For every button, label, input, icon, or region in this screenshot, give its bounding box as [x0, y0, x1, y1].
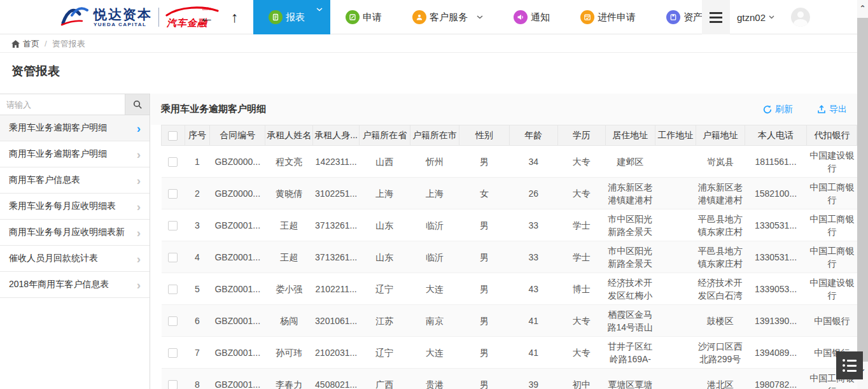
cell-no: 4	[185, 241, 209, 273]
nav-tab-label: 客户服务	[430, 11, 468, 24]
cell-work-address	[655, 146, 696, 178]
cell-age: 43	[509, 273, 557, 305]
row-checkbox[interactable]	[168, 348, 178, 358]
cell-city: 贵港	[410, 369, 459, 389]
row-checkbox[interactable]	[168, 221, 178, 230]
cell-city: 上海	[410, 178, 459, 209]
sidebar-item-label: 乘用车业务每月应收明细表	[9, 201, 116, 212]
col-header-province[interactable]: 户籍所在省	[360, 125, 410, 146]
cell-living-address: 浦东新区老港镇建港村	[605, 178, 655, 209]
cell-withhold-bank: 中国工商银行	[807, 178, 857, 209]
cell-city: 南京	[410, 305, 459, 337]
scroll-up-icon[interactable]: ⌃	[858, 4, 867, 13]
user-menu[interactable]: gtzn02	[737, 0, 810, 34]
column-list-toggle-button[interactable]	[836, 351, 863, 379]
refresh-button[interactable]: 刷新	[763, 104, 793, 115]
cell-lessee-name: 杨闯	[265, 305, 313, 337]
cell-lessee-name: 黄晓倩	[265, 178, 313, 209]
cell-education: 学士	[557, 241, 605, 273]
sidebar-item-乘用车业务每月应收明细表[interactable]: 乘用车业务每月应收明细表›	[0, 194, 150, 220]
row-checkbox-cell	[162, 305, 185, 337]
row-checkbox[interactable]	[168, 189, 178, 199]
row-checkbox-cell	[162, 146, 185, 178]
row-checkbox[interactable]	[168, 157, 178, 167]
breadcrumb-home[interactable]: 首页	[23, 38, 39, 50]
cell-phone: 1391390...	[745, 305, 807, 337]
chevron-right-icon: ›	[137, 227, 141, 239]
sidebar-item-乘用车业务逾期客户明细[interactable]: 乘用车业务逾期客户明细›	[0, 115, 150, 141]
row-checkbox[interactable]	[168, 380, 178, 389]
search-input[interactable]	[0, 94, 125, 115]
export-button[interactable]: 导出	[817, 104, 847, 115]
nav-tab-通知[interactable]: 通知	[498, 0, 565, 34]
report-sidebar: 乘用车业务逾期客户明细›商用车业务逾期客户明细›商用车客户信息表›乘用车业务每月…	[0, 94, 150, 389]
cell-phone: 1330531...	[745, 241, 807, 273]
row-checkbox[interactable]	[168, 285, 178, 294]
nav-tab-申请[interactable]: 申请	[330, 0, 397, 34]
col-header-education[interactable]: 学历	[557, 125, 605, 146]
cell-contract-no: GBZ0001...	[210, 337, 265, 369]
up-arrow-icon[interactable]: ↑	[231, 8, 239, 26]
cell-contract-no: GBZ0001...	[210, 305, 265, 337]
sidebar-item-label: 商用车业务每月应收明细表新	[9, 227, 125, 238]
col-header-age[interactable]: 年龄	[509, 125, 557, 146]
nav-tab-报表[interactable]: 报表	[253, 0, 330, 34]
cell-lessee-name: 王超	[265, 241, 313, 273]
sidebar-item-催收人员月回款统计表[interactable]: 催收人员月回款统计表›	[0, 246, 150, 272]
col-header-work-address[interactable]: 工作地址	[655, 125, 696, 146]
row-checkbox[interactable]	[168, 316, 178, 326]
col-header-lessee-name[interactable]: 承租人姓名	[265, 125, 313, 146]
sidebar-item-商用车客户信息表[interactable]: 商用车客户信息表›	[0, 167, 150, 194]
nav-tab-客户服务[interactable]: 客户服务	[397, 0, 498, 34]
col-header-no[interactable]: 序号	[185, 125, 209, 146]
cell-gender: 男	[459, 337, 509, 369]
cell-lessee-id: 2102031...	[313, 337, 360, 369]
cell-province: 辽宁	[360, 337, 410, 369]
cell-phone: 1330531...	[745, 209, 807, 241]
table-header-row: 序号合同编号承租人姓名承租人身...户籍所在省户籍所在市性别年龄学历居住地址工作…	[162, 125, 857, 146]
cell-lessee-id: 3201061...	[313, 305, 360, 337]
cell-work-address	[655, 337, 696, 369]
logo-cn-text: 悦达资本	[94, 8, 152, 22]
col-header-registered-address[interactable]: 户籍地址	[696, 125, 745, 146]
cell-age: 33	[509, 241, 557, 273]
cell-province: 山东	[360, 241, 410, 273]
panel-header: 乘用车业务逾期客户明细 刷新 导出	[151, 94, 857, 125]
cell-education: 学士	[557, 209, 605, 241]
sidebar-item-2018年商用车客户信息表[interactable]: 2018年商用车客户信息表›	[0, 272, 150, 298]
col-header-lessee-id[interactable]: 承租人身...	[313, 125, 360, 146]
col-header-withhold-bank[interactable]: 代扣银行	[807, 125, 857, 146]
col-header-phone[interactable]: 本人电话	[745, 125, 807, 146]
row-checkbox[interactable]	[168, 253, 178, 262]
cell-education: 大专	[557, 178, 605, 209]
chevron-right-icon: ›	[137, 148, 141, 160]
nav-tab-进件申请[interactable]: 进件申请	[565, 0, 651, 34]
search-button[interactable]	[125, 94, 150, 115]
chevron-down-icon	[477, 15, 483, 19]
sidebar-item-商用车业务每月应收明细表新[interactable]: 商用车业务每月应收明细表新›	[0, 220, 150, 246]
hamburger-menu-button[interactable]	[702, 0, 730, 34]
col-header-living-address[interactable]: 居住地址	[605, 125, 655, 146]
avatar[interactable]	[791, 8, 810, 27]
cell-province: 辽宁	[360, 273, 410, 305]
cell-phone: 1811561...	[745, 146, 807, 178]
scrollbar-thumb[interactable]	[857, 18, 868, 362]
col-header-gender[interactable]: 性别	[459, 125, 509, 146]
cell-no: 6	[185, 305, 209, 337]
col-header-contract-no[interactable]: 合同编号	[210, 125, 265, 146]
cell-no: 3	[185, 209, 209, 241]
sidebar-item-商用车业务逾期客户明细[interactable]: 商用车业务逾期客户明细›	[0, 141, 150, 167]
cell-registered-address: 港北区	[696, 369, 745, 389]
chevron-right-icon: ›	[137, 122, 141, 134]
col-header-city[interactable]: 户籍所在市	[410, 125, 459, 146]
cell-city: 大连	[410, 337, 459, 369]
cell-lessee-id: 1422311...	[313, 146, 360, 178]
chevron-right-icon: ›	[137, 253, 141, 265]
select-all-checkbox[interactable]	[168, 131, 178, 141]
back-arrow-icon[interactable]: ←	[199, 8, 214, 26]
cell-lessee-name: 程文亮	[265, 146, 313, 178]
vertical-scrollbar[interactable]: ⌃ ⌄	[857, 0, 868, 389]
cell-work-address	[655, 369, 696, 389]
cell-contract-no: GBZ0000...	[210, 146, 265, 178]
cell-withhold-bank: 中国建设银行	[807, 146, 857, 178]
